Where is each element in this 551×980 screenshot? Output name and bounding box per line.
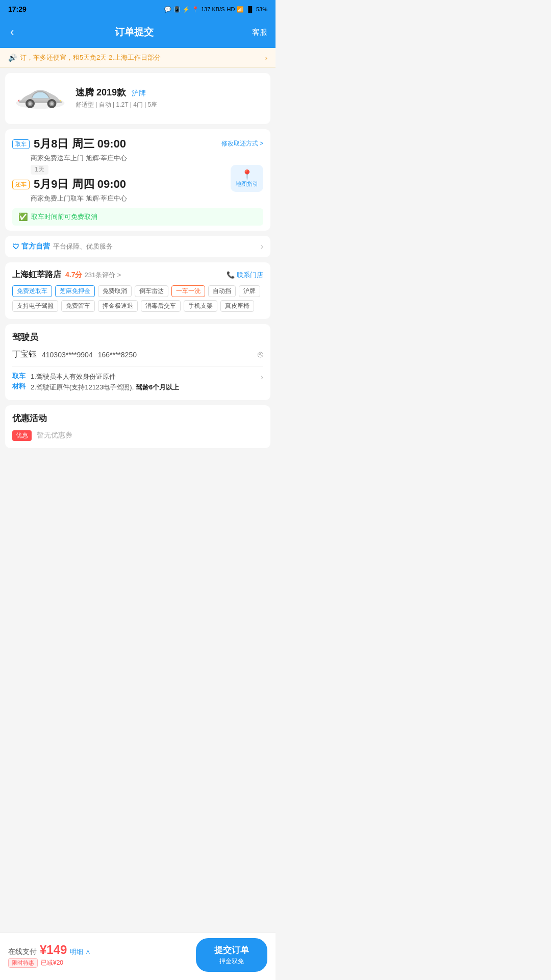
svg-point-6 bbox=[51, 103, 53, 105]
no-promo-text: 暂无优惠券 bbox=[37, 431, 72, 440]
feature-tag: 免费留车 bbox=[61, 300, 95, 312]
hd-icon: HD bbox=[227, 6, 235, 12]
materials-label-2: 材料 bbox=[12, 382, 26, 391]
promo-title: 优惠活动 bbox=[12, 412, 263, 424]
feature-tag: 支持电子驾照 bbox=[12, 300, 58, 312]
location-icon: 📍 bbox=[192, 6, 199, 13]
materials-label-1: 取车 bbox=[12, 372, 26, 381]
store-reviews[interactable]: 231条评价 > bbox=[84, 271, 121, 280]
driver-name: 丁宝钰 bbox=[12, 349, 37, 360]
contact-store-button[interactable]: 📞 联系门店 bbox=[227, 271, 263, 280]
store-rating: 4.7分 bbox=[65, 271, 82, 280]
pickup-badge: 取车 bbox=[12, 139, 30, 149]
header: ‹ 订单提交 客服 bbox=[0, 18, 276, 48]
status-icons: 💬 📳 ⚡ 📍 137 KB/S HD 📶 ▐▌ 53% bbox=[164, 6, 267, 13]
car-plate: 沪牌 bbox=[132, 89, 146, 97]
return-row: 还车 5月9日 周四 09:00 bbox=[12, 177, 263, 192]
day-count: 1天 bbox=[31, 165, 48, 175]
battery: 53% bbox=[256, 6, 267, 12]
store-header: 上海虹莘路店 4.7分 231条评价 > 📞 联系门店 bbox=[12, 270, 263, 280]
feature-tag: 免费送取车 bbox=[12, 285, 52, 297]
material-item-2: 2.驾驶证原件(支持12123电子驾照), 驾龄6个月以上 bbox=[31, 382, 256, 393]
pickup-materials-row[interactable]: 取车 材料 1.驾驶员本人有效身份证原件 2.驾驶证原件(支持12123电子驾照… bbox=[12, 366, 263, 393]
banner-text: 订，车多还便宜，租5天免2天 2.上海工作日部分 bbox=[20, 53, 161, 62]
back-button[interactable]: ‹ bbox=[8, 23, 16, 41]
return-badge: 还车 bbox=[12, 180, 30, 189]
map-label: 地图指引 bbox=[236, 181, 258, 187]
feature-tag: 押金极速退 bbox=[98, 300, 138, 312]
feature-tag: 倒车雷达 bbox=[135, 285, 168, 297]
driver-id: 410303****9904 bbox=[42, 351, 93, 359]
material-item-1: 1.驾驶员本人有效身份证原件 bbox=[31, 372, 256, 382]
car-specs: 舒适型 | 自动 | 1.2T | 4门 | 5座 bbox=[76, 101, 263, 109]
feature-tag: 一车一洗 bbox=[171, 285, 205, 297]
driver-row: 丁宝钰 410303****9904 166****8250 ⎋ bbox=[12, 349, 263, 360]
shield-icon: 🛡 bbox=[12, 242, 19, 251]
network-speed: 137 KB/S bbox=[201, 6, 224, 12]
modify-method-button[interactable]: 修改取还方式 > bbox=[221, 139, 263, 148]
store-name: 上海虹莘路店 bbox=[12, 270, 61, 280]
official-badge: 🛡 官方自营 bbox=[12, 242, 50, 251]
promo-badge: 优惠 bbox=[12, 430, 32, 441]
status-bar: 17:29 💬 📳 ⚡ 📍 137 KB/S HD 📶 ▐▌ 53% bbox=[0, 0, 276, 18]
car-name-model: 速腾 2019款 bbox=[76, 87, 126, 97]
materials-arrow: › bbox=[261, 373, 263, 382]
phone-icon: 📞 bbox=[227, 271, 235, 279]
map-button[interactable]: 📍 地图指引 bbox=[231, 165, 263, 192]
banner[interactable]: 🔊 订，车多还便宜，租5天免2天 2.上海工作日部分 › bbox=[0, 48, 276, 68]
car-details: 速腾 2019款 沪牌 舒适型 | 自动 | 1.2T | 4门 | 5座 bbox=[76, 86, 263, 109]
driver-section: 驾驶员 丁宝钰 410303****9904 166****8250 ⎋ 取车 … bbox=[5, 324, 270, 400]
signal-icon: ▐▌ bbox=[246, 6, 254, 12]
official-row[interactable]: 🛡 官方自营 平台保障、优质服务 › bbox=[5, 236, 270, 257]
banner-icon: 🔊 bbox=[8, 54, 17, 62]
official-desc: 平台保障、优质服务 bbox=[53, 242, 258, 251]
feature-tag: 芝麻免押金 bbox=[55, 285, 95, 297]
pickup-row: 取车 5月8日 周三 09:00 修改取还方式 > bbox=[12, 136, 263, 152]
feature-tag: 真皮座椅 bbox=[220, 300, 254, 312]
day-gap: 1天 bbox=[31, 165, 263, 175]
materials-text: 1.驾驶员本人有效身份证原件 2.驾驶证原件(支持12123电子驾照), 驾龄6… bbox=[31, 372, 256, 393]
return-sub: 商家免费上门取车 旭辉·莘庄中心 bbox=[31, 194, 263, 203]
feature-tag: 沪牌 bbox=[239, 285, 260, 297]
check-icon: ✅ bbox=[18, 212, 28, 222]
car-info-card: 速腾 2019款 沪牌 舒适型 | 自动 | 1.2T | 4门 | 5座 bbox=[5, 73, 270, 124]
official-label: 官方自营 bbox=[21, 242, 50, 251]
pickup-time: 5月8日 周三 09:00 bbox=[34, 136, 126, 152]
vibrate-icon: 📳 bbox=[173, 6, 181, 13]
pickup-sub: 商家免费送车上门 旭辉·莘庄中心 bbox=[31, 154, 263, 163]
contact-label: 联系门店 bbox=[237, 271, 263, 280]
banner-arrow: › bbox=[265, 54, 267, 62]
driver-phone: 166****8250 bbox=[98, 351, 137, 359]
cancel-notice: ✅ 取车时间前可免费取消 bbox=[12, 208, 263, 226]
return-time: 5月9日 周四 09:00 bbox=[34, 177, 126, 192]
feature-tag: 免费取消 bbox=[98, 285, 132, 297]
feature-tag: 自动挡 bbox=[208, 285, 236, 297]
cancel-text: 取车时间前可免费取消 bbox=[31, 212, 97, 222]
schedule-section: 取车 5月8日 周三 09:00 修改取还方式 > 商家免费送车上门 旭辉·莘庄… bbox=[5, 129, 270, 231]
promo-section: 优惠活动 优惠 暂无优惠券 bbox=[5, 405, 270, 448]
driver-title: 驾驶员 bbox=[12, 331, 263, 343]
message-icon: 💬 bbox=[164, 6, 171, 13]
status-time: 17:29 bbox=[8, 5, 27, 13]
store-section: 上海虹莘路店 4.7分 231条评价 > 📞 联系门店 免费送取车芝麻免押金免费… bbox=[5, 262, 270, 319]
feature-tag: 手机支架 bbox=[184, 300, 217, 312]
promo-row[interactable]: 优惠 暂无优惠券 bbox=[12, 430, 263, 441]
bluetooth-icon: ⚡ bbox=[183, 6, 190, 13]
map-icon: 📍 bbox=[236, 169, 258, 180]
feature-tags: 免费送取车芝麻免押金免费取消倒车雷达一车一洗自动挡沪牌支持电子驾照免费留车押金极… bbox=[12, 285, 263, 312]
wifi-icon: 📶 bbox=[237, 6, 244, 13]
official-arrow: › bbox=[261, 242, 263, 251]
svg-point-3 bbox=[29, 103, 32, 105]
customer-service-button[interactable]: 客服 bbox=[252, 28, 267, 37]
feature-tag: 消毒后交车 bbox=[141, 300, 181, 312]
car-image bbox=[12, 80, 68, 115]
edit-driver-button[interactable]: ⎋ bbox=[258, 349, 263, 360]
page-title: 订单提交 bbox=[115, 26, 154, 39]
